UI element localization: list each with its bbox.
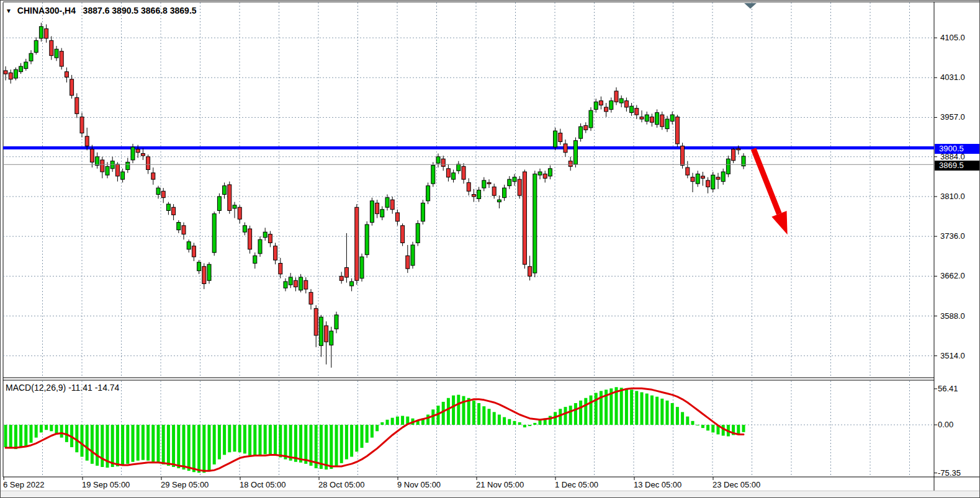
time-axis-label: 18 Oct 05:00 xyxy=(240,480,285,489)
time-axis-label: 23 Dec 05:00 xyxy=(713,480,760,489)
price-axis-label: 3810.0 xyxy=(940,192,965,201)
price-axis-label: 4031.0 xyxy=(940,73,965,82)
trend-arrow-annotation[interactable] xyxy=(753,149,788,234)
chart-window: ▼ CHINA300-,H4 3887.6 3890.5 3866.8 3869… xyxy=(0,0,980,498)
time-axis-label: 28 Oct 05:00 xyxy=(318,480,364,489)
time-axis-label: 13 Dec 05:00 xyxy=(634,480,681,489)
time-axis-label: 9 Nov 05:00 xyxy=(397,480,441,489)
price-axis-label: 3736.0 xyxy=(940,231,965,241)
macd-axis-label: -75.35 xyxy=(938,468,961,478)
price-axis-label: 4105.0 xyxy=(940,33,965,42)
window-bottom-strip xyxy=(1,491,980,498)
macd-axis-label: 56.41 xyxy=(938,384,958,393)
chart-title-bar[interactable]: ▼ CHINA300-,H4 3887.6 3890.5 3866.8 3869… xyxy=(6,6,197,16)
time-axis-label: 29 Sep 05:00 xyxy=(161,480,209,489)
time-axis-label: 21 Nov 05:00 xyxy=(476,480,524,489)
collapse-triangle-icon[interactable]: ▼ xyxy=(6,7,12,14)
price-axis-label: 3957.0 xyxy=(940,112,965,122)
bid-price-badge: 3869.5 xyxy=(935,161,979,171)
panel-frame xyxy=(3,2,979,491)
hline-price-badge: 3900.5 xyxy=(935,144,979,154)
symbol-period-label: CHINA300-,H4 xyxy=(17,6,76,16)
time-axis-label: 6 Sep 2022 xyxy=(3,480,45,489)
axis-ticks xyxy=(4,38,937,480)
macd-axis-label: 0.00 xyxy=(938,420,953,429)
chart-canvas xyxy=(1,1,980,498)
price-axis-label: 3662.0 xyxy=(940,271,965,280)
chart-shift-marker-icon[interactable] xyxy=(744,3,757,9)
macd-indicator-label: MACD(12,26,9) -11.41 -14.74 xyxy=(6,383,119,393)
time-axis-label: 1 Dec 05:00 xyxy=(555,480,598,489)
ohlc-quote-label: 3887.6 3890.5 3866.8 3869.5 xyxy=(83,6,197,16)
price-axis-label: 3514.0 xyxy=(940,351,965,360)
time-axis-label: 19 Sep 05:00 xyxy=(82,480,130,489)
price-axis-label: 3588.0 xyxy=(940,311,965,321)
